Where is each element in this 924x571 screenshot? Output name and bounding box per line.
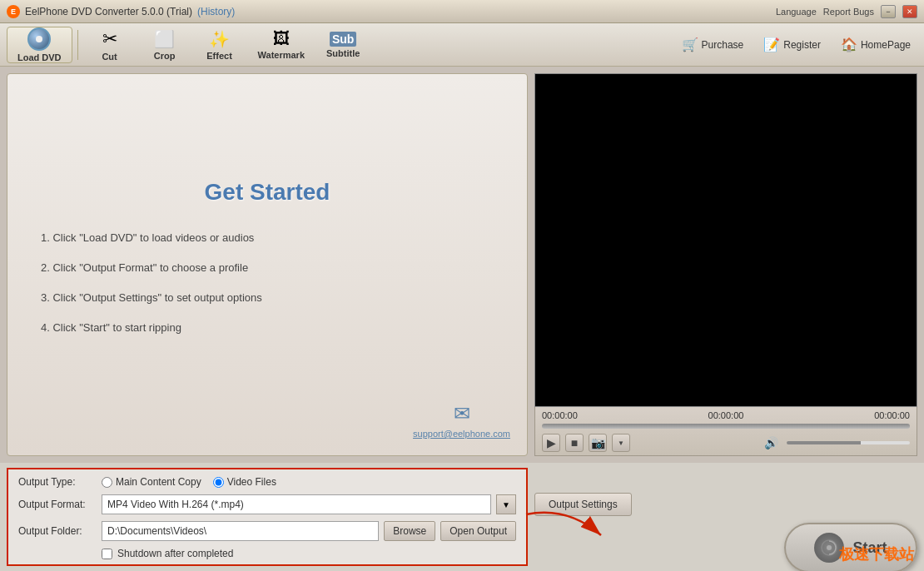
video-preview xyxy=(534,73,917,407)
subtitle-button[interactable]: Sub Subtitle xyxy=(316,27,370,63)
watermark-text: 极速下载站 xyxy=(839,544,914,564)
crop-button[interactable]: ⬜ Crop xyxy=(138,27,191,63)
radio-video-files-label: Video Files xyxy=(227,476,276,488)
play-button[interactable]: ▶ xyxy=(542,434,560,452)
time-start: 00:00:00 xyxy=(542,410,578,420)
cut-button[interactable]: ✂ Cut xyxy=(83,27,137,63)
register-button[interactable]: 📝 Register xyxy=(757,33,827,56)
load-dvd-button[interactable]: Load DVD xyxy=(7,27,72,63)
separator-1 xyxy=(77,30,78,60)
volume-slider[interactable] xyxy=(787,441,911,444)
output-format-label: Output Format: xyxy=(18,499,93,510)
cut-label: Cut xyxy=(102,52,117,62)
watermark-label: Watermark xyxy=(258,50,305,60)
report-bugs-link[interactable]: Report Bugs xyxy=(823,7,874,17)
crop-label: Crop xyxy=(154,51,176,61)
shutdown-row: Shutdown after completed xyxy=(102,548,516,559)
svg-point-2 xyxy=(827,545,832,550)
output-format-row: Output Format: ▼ xyxy=(18,494,516,514)
video-controls: 00:00:00 00:00:00 00:00:00 ▶ ■ 📷 ▼ 🔊 xyxy=(534,407,917,456)
cut-icon: ✂ xyxy=(102,28,117,50)
folder-row: Browse Open Output xyxy=(102,521,516,541)
close-button[interactable]: ✕ xyxy=(902,5,917,18)
register-label: Register xyxy=(783,39,821,51)
title-bar: E EelPhone DVD Converter 5.0.0 (Trial) (… xyxy=(0,0,924,23)
time-row: 00:00:00 00:00:00 00:00:00 xyxy=(542,410,910,420)
effect-icon: ✨ xyxy=(209,29,230,49)
steps-list: 1. Click "Load DVD" to load videos or au… xyxy=(24,231,510,351)
radio-main-copy[interactable]: Main Content Copy xyxy=(102,476,201,488)
output-type-radios: Main Content Copy Video Files xyxy=(102,476,276,488)
effect-label: Effect xyxy=(206,51,232,61)
time-end: 00:00:00 xyxy=(874,410,910,420)
purchase-label: Purchase xyxy=(702,39,744,51)
toolbar: Load DVD ✂ Cut ⬜ Crop ✨ Effect 🖼 Waterma… xyxy=(0,23,924,67)
toolbar-right: 🛒 Purchase 📝 Register 🏠 HomePage xyxy=(675,33,917,56)
support-email: support@eelphone.com xyxy=(413,429,510,439)
purchase-button[interactable]: 🛒 Purchase xyxy=(675,33,751,56)
app-title: EelPhone DVD Converter 5.0.0 (Trial) xyxy=(25,6,192,17)
history-label: (History) xyxy=(197,6,235,17)
time-mid: 00:00:00 xyxy=(708,410,744,420)
subtitle-label: Subtitle xyxy=(326,48,360,58)
arrow-decoration xyxy=(518,506,618,556)
support-link[interactable]: ✉ support@eelphone.com xyxy=(413,402,510,439)
format-select-row: ▼ xyxy=(102,494,516,514)
purchase-icon: 🛒 xyxy=(682,37,698,52)
shutdown-label: Shutdown after completed xyxy=(117,548,233,559)
homepage-icon: 🏠 xyxy=(841,37,857,52)
get-started-title: Get Started xyxy=(205,179,330,206)
title-bar-left: E EelPhone DVD Converter 5.0.0 (Trial) (… xyxy=(7,5,235,18)
radio-main-copy-label: Main Content Copy xyxy=(116,476,201,488)
output-folder-label: Output Folder: xyxy=(18,525,93,537)
bottom-area: Output Type: Main Content Copy Video Fil… xyxy=(0,463,924,571)
shutdown-checkbox[interactable] xyxy=(102,549,112,559)
step-4: 4. Click "Start" to start ripping xyxy=(41,320,510,335)
watermark-icon: 🖼 xyxy=(273,29,290,48)
output-type-row: Output Type: Main Content Copy Video Fil… xyxy=(18,476,516,488)
settings-box: Output Type: Main Content Copy Video Fil… xyxy=(7,468,528,566)
register-icon: 📝 xyxy=(763,37,780,52)
progress-bar[interactable] xyxy=(542,424,910,429)
homepage-label: HomePage xyxy=(861,39,911,51)
main-content: Get Started 1. Click "Load DVD" to load … xyxy=(0,67,924,463)
homepage-button[interactable]: 🏠 HomePage xyxy=(834,33,917,56)
radio-video-files[interactable]: Video Files xyxy=(213,476,276,488)
folder-input[interactable] xyxy=(102,521,379,541)
email-icon: ✉ xyxy=(454,402,470,425)
load-dvd-label: Load DVD xyxy=(17,52,62,62)
app-icon: E xyxy=(7,5,20,18)
step-2: 2. Click "Output Format" to choose a pro… xyxy=(41,261,510,276)
output-type-label: Output Type: xyxy=(18,476,93,488)
get-started-panel: Get Started 1. Click "Load DVD" to load … xyxy=(7,73,528,456)
output-folder-row: Output Folder: Browse Open Output xyxy=(18,521,516,541)
step-3: 3. Click "Output Settings" to set output… xyxy=(41,290,510,305)
title-bar-right: Language Report Bugs − ✕ xyxy=(776,5,917,18)
stop-button[interactable]: ■ xyxy=(565,434,584,452)
format-dropdown-button[interactable]: ▼ xyxy=(496,494,516,514)
minimize-button[interactable]: − xyxy=(881,5,896,18)
browse-button[interactable]: Browse xyxy=(384,521,435,541)
video-panel: 00:00:00 00:00:00 00:00:00 ▶ ■ 📷 ▼ 🔊 xyxy=(534,73,917,456)
step-1: 1. Click "Load DVD" to load videos or au… xyxy=(41,231,510,246)
open-output-button[interactable]: Open Output xyxy=(440,521,516,541)
volume-icon: 🔊 xyxy=(764,436,778,449)
watermark-button[interactable]: 🖼 Watermark xyxy=(248,27,315,63)
format-input[interactable] xyxy=(102,494,491,514)
language-link[interactable]: Language xyxy=(776,7,817,17)
controls-row: ▶ ■ 📷 ▼ 🔊 xyxy=(542,434,910,452)
snapshot-button[interactable]: 📷 xyxy=(589,434,607,452)
effect-button[interactable]: ✨ Effect xyxy=(193,27,246,63)
subtitle-icon: Sub xyxy=(330,32,356,47)
crop-icon: ⬜ xyxy=(154,29,175,49)
dropdown-button[interactable]: ▼ xyxy=(612,434,630,452)
